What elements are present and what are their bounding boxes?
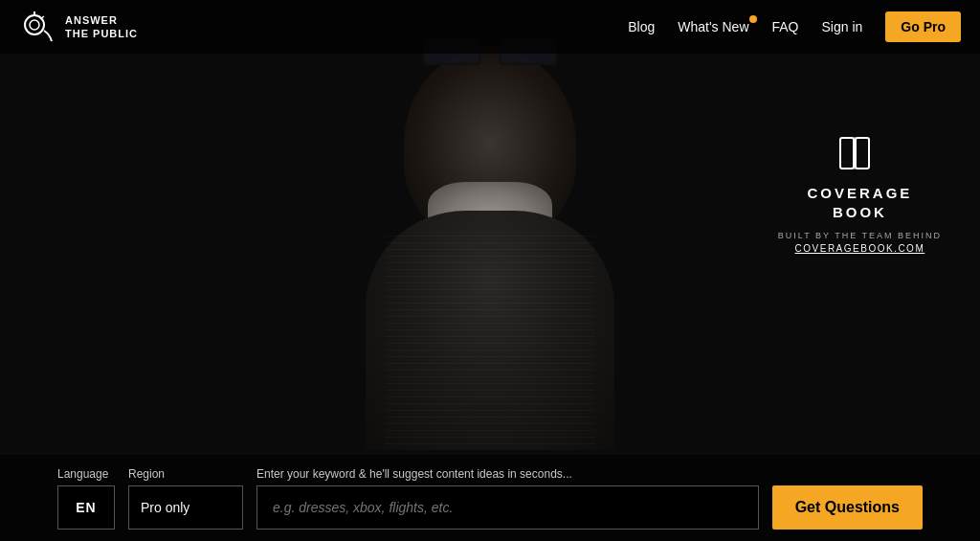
coverage-book-subtitle: BUILT BY THE TEAM BEHIND (778, 231, 942, 240)
svg-point-1 (30, 20, 39, 30)
region-selector[interactable]: Pro only (128, 485, 243, 530)
person-body (366, 211, 614, 450)
bottom-controls: Language EN Region Pro only Enter your k… (0, 455, 980, 541)
coverage-book-link[interactable]: COVERAGEBOOK.COM (778, 243, 942, 254)
logo[interactable]: ANSWER THE PUBLIC (19, 8, 138, 46)
get-questions-button[interactable]: Get Questions (772, 485, 923, 530)
notification-dot (749, 15, 757, 23)
language-selector[interactable]: EN (57, 485, 115, 530)
header: ANSWER THE PUBLIC Blog What's New FAQ Si… (0, 0, 980, 54)
nav-whats-new[interactable]: What's New (678, 19, 748, 34)
go-pro-button[interactable]: Go Pro (885, 11, 961, 42)
region-label: Region (128, 467, 243, 481)
search-label: Enter your keyword & he'll suggest conte… (256, 467, 759, 481)
svg-rect-5 (856, 138, 869, 169)
coverage-book-icon (778, 134, 942, 176)
nav: Blog What's New FAQ Sign in Go Pro (628, 11, 961, 42)
svg-rect-4 (840, 138, 854, 169)
search-input[interactable] (256, 485, 759, 530)
search-group: Enter your keyword & he'll suggest conte… (256, 467, 759, 530)
logo-text: ANSWER THE PUBLIC (65, 13, 138, 41)
language-label: Language (57, 467, 115, 481)
region-group: Region Pro only (128, 467, 243, 530)
nav-sign-in[interactable]: Sign in (822, 19, 863, 34)
hero-person (356, 48, 624, 450)
coverage-book-title: COVERAGE BOOK (778, 184, 942, 221)
coverage-book-widget: COVERAGE BOOK BUILT BY THE TEAM BEHIND C… (778, 134, 942, 254)
nav-faq[interactable]: FAQ (772, 19, 799, 34)
language-group: Language EN (57, 467, 115, 530)
nav-blog[interactable]: Blog (628, 19, 655, 34)
logo-icon (19, 8, 57, 46)
